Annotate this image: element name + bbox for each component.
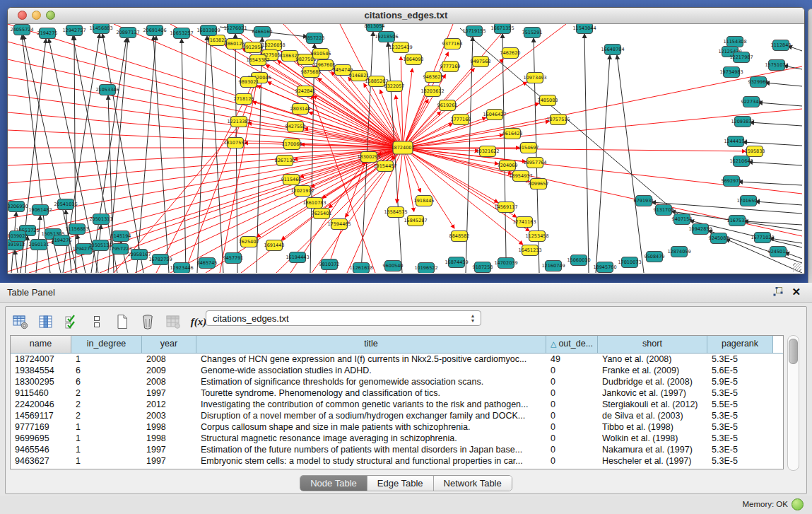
table-cell[interactable]: 1998 [142, 433, 196, 444]
table-cell[interactable]: 6 [71, 376, 142, 387]
memory-status-indicator[interactable] [792, 498, 804, 510]
table-cell[interactable]: 0 [546, 455, 598, 467]
table-row[interactable]: 1938455462009Genome-wide association stu… [11, 365, 783, 376]
table-cell[interactable]: Structural magnetic resonance image aver… [196, 433, 546, 444]
column-header-title[interactable]: title [196, 336, 546, 353]
table-row[interactable]: 946554611997Estimation of the future num… [11, 444, 783, 455]
table-cell[interactable]: Disruption of a novel member of a sodium… [196, 410, 546, 421]
table-cell[interactable]: de Silva et al. (2003) [598, 410, 707, 421]
table-cell[interactable]: 9777169 [11, 421, 71, 433]
table-cell[interactable]: 2 [71, 387, 142, 399]
table-cell[interactable]: 9699695 [11, 433, 71, 444]
table-row[interactable]: 969969511998Structural magnetic resonanc… [11, 433, 783, 444]
new-column-icon[interactable] [114, 314, 130, 329]
table-cell[interactable]: Estimation of the future numbers of pati… [196, 444, 546, 455]
table-cell[interactable]: 0 [546, 410, 598, 421]
table-cell[interactable]: 5.6E-5 [707, 365, 773, 376]
table-row[interactable]: 2242004622012Investigating the contribut… [11, 399, 783, 410]
table-cell[interactable]: Hescheler et al. (1997) [598, 455, 707, 467]
table-cell[interactable]: 0 [546, 365, 598, 376]
table-cell[interactable]: 2 [71, 410, 142, 421]
table-cell[interactable]: 5.3E-5 [707, 421, 773, 433]
column-header-name[interactable]: name [11, 336, 71, 353]
table-cell[interactable]: 14569117 [11, 410, 71, 421]
table-cell[interactable]: Wolkin et al. (1998) [598, 433, 707, 444]
table-row[interactable]: 1872400712008Changes of HCN gene express… [11, 354, 783, 365]
row-height-icon[interactable] [89, 314, 105, 329]
network-canvas[interactable]: 7163822986012889129541322605898275051654… [8, 24, 803, 273]
table-cell[interactable]: 49 [546, 354, 598, 365]
table-cell[interactable]: 6 [71, 365, 142, 376]
column-header-year[interactable]: year [142, 336, 196, 353]
table-settings-icon[interactable] [13, 314, 28, 329]
table-cell[interactable]: 22420046 [11, 399, 71, 410]
table-cell[interactable]: Franke et al. (2009) [598, 365, 707, 376]
window-resize-grip[interactable] [793, 263, 801, 271]
delete-column-icon[interactable] [140, 314, 155, 329]
table-cell[interactable]: 2008 [142, 354, 196, 365]
table-cell[interactable]: Corpus callosum shape and size in male p… [196, 421, 546, 433]
table-cell[interactable]: 0 [546, 444, 598, 455]
close-panel-icon[interactable]: ✕ [792, 286, 801, 297]
table-cell[interactable]: 1998 [142, 421, 196, 433]
table-cell[interactable]: Yano et al. (2008) [598, 354, 707, 365]
table-cell[interactable]: 0 [546, 433, 598, 444]
table-cell[interactable]: 5.9E-5 [707, 376, 773, 387]
table-cell[interactable]: 5.3E-5 [707, 444, 773, 455]
table-cell[interactable]: 5.3E-5 [707, 455, 773, 467]
table-cell[interactable]: Embryonic stem cells: a model to study s… [196, 455, 546, 467]
table-cell[interactable]: 2003 [142, 410, 196, 421]
table-cell[interactable]: Stergiakouli et al. (2012) [598, 399, 707, 410]
table-cell[interactable]: Genome-wide association studies in ADHD. [196, 365, 546, 376]
table-cell[interactable]: 9465546 [11, 444, 71, 455]
table-panel-titlebar[interactable]: Table Panel ✕ [0, 283, 812, 303]
table-row[interactable]: 977716911998Corpus callosum shape and si… [11, 421, 783, 433]
table-cell[interactable]: 9463627 [11, 455, 71, 467]
tab-edge-table[interactable]: Edge Table [367, 476, 434, 491]
table-cell[interactable]: 0 [546, 376, 598, 387]
show-columns-icon[interactable] [38, 314, 54, 329]
table-cell[interactable]: 5.3E-5 [707, 410, 773, 421]
tab-node-table[interactable]: Node Table [300, 476, 367, 491]
table-cell[interactable]: Nakamura et al. (1997) [598, 444, 707, 455]
table-cell[interactable]: Changes of HCN gene expression and I(f) … [196, 354, 546, 365]
table-cell[interactable]: 1997 [142, 387, 196, 399]
table-row[interactable]: 911546021997Tourette syndrome. Phenomeno… [11, 387, 783, 399]
import-table-icon[interactable] [165, 314, 181, 329]
column-header-short[interactable]: short [598, 336, 707, 353]
table-cell[interactable]: 1 [71, 421, 142, 433]
column-header-out-de-[interactable]: △out_de... [546, 336, 598, 353]
float-window-icon[interactable] [773, 287, 783, 296]
network-selector-dropdown[interactable]: citations_edges.txt ▲▼ [206, 310, 481, 326]
table-cell[interactable]: 2012 [142, 399, 196, 410]
table-cell[interactable]: 0 [546, 421, 598, 433]
table-cell[interactable]: 5.3E-5 [707, 387, 773, 399]
table-cell[interactable]: Jankovic et al. (1997) [598, 387, 707, 399]
column-header-in-degree[interactable]: in_degree [71, 336, 142, 353]
table-cell[interactable]: 2 [71, 399, 142, 410]
table-cell[interactable]: Tibbo et al. (1998) [598, 421, 707, 433]
table-row[interactable]: 1830029562008Estimation of significance … [11, 376, 783, 387]
table-cell[interactable]: 1 [71, 433, 142, 444]
table-cell[interactable]: Estimation of significance thresholds fo… [196, 376, 546, 387]
select-all-icon[interactable] [64, 314, 79, 329]
table-cell[interactable]: 1 [71, 354, 142, 365]
table-cell[interactable]: Investigating the contribution of common… [196, 399, 546, 410]
table-cell[interactable]: Dudbridge et al. (2008) [598, 376, 707, 387]
table-cell[interactable]: 5.3E-5 [707, 433, 773, 444]
table-cell[interactable]: 18724007 [11, 354, 71, 365]
table-cell[interactable]: 0 [546, 399, 598, 410]
table-cell[interactable]: 2009 [142, 365, 196, 376]
table-cell[interactable]: 1997 [142, 455, 196, 467]
table-cell[interactable]: Tourette syndrome. Phenomenology and cla… [196, 387, 546, 399]
table-cell[interactable]: 1 [71, 455, 142, 467]
table-cell[interactable]: 19384554 [11, 365, 71, 376]
table-cell[interactable]: 1997 [142, 444, 196, 455]
citation-network-graph[interactable]: 7163822986012889129541322605898275051654… [8, 24, 803, 273]
table-scrollbar[interactable] [787, 335, 799, 471]
table-cell[interactable]: 18300295 [11, 376, 71, 387]
table-cell[interactable]: 1 [71, 444, 142, 455]
table-cell[interactable]: 9115460 [11, 387, 71, 399]
table-cell[interactable]: 5.5E-5 [707, 399, 773, 410]
table-cell[interactable]: 5.3E-5 [707, 354, 773, 365]
